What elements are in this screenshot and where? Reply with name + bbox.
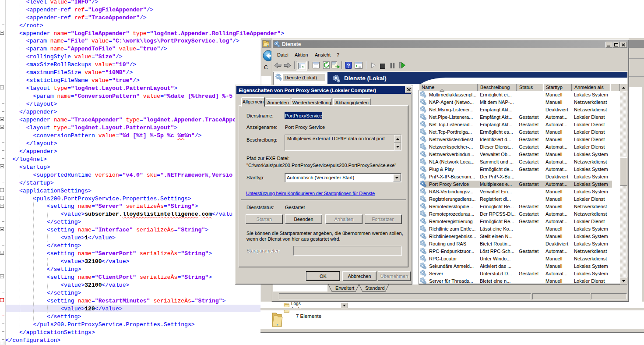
svg-text:?: ? — [347, 63, 350, 69]
